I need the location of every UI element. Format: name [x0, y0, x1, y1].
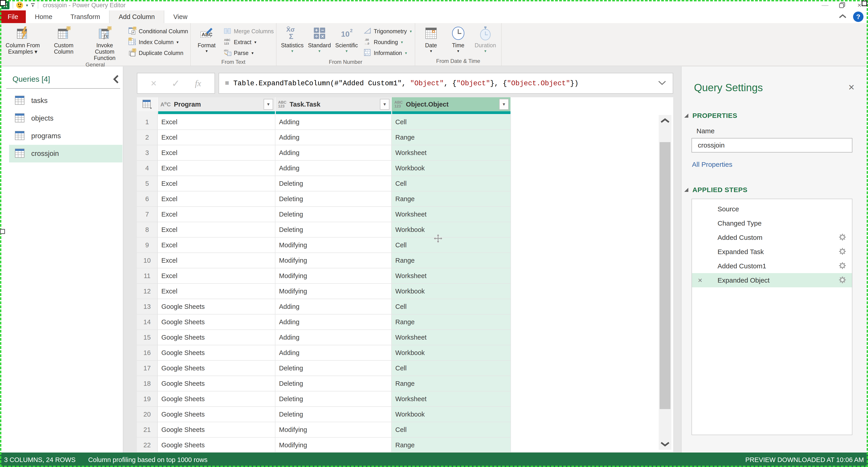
row-number[interactable]: 4 [137, 161, 158, 176]
query-name-input[interactable] [691, 138, 852, 153]
cell[interactable]: Workbook [392, 284, 511, 299]
applied-step-added-custom[interactable]: Added Custom [692, 230, 852, 245]
statistics-button[interactable]: X̄σΣStatistics▼ [279, 24, 306, 53]
cell[interactable]: Deleting [275, 361, 392, 376]
rounding-button[interactable]: .00→.0Rounding▼ [363, 37, 412, 48]
cell[interactable]: Modifying [275, 268, 392, 284]
cell[interactable]: Deleting [275, 222, 392, 238]
row-number[interactable]: 22 [137, 438, 158, 452]
query-item-programs[interactable]: programs [9, 127, 122, 145]
row-number[interactable]: 15 [137, 330, 158, 345]
step-settings-gear-icon[interactable] [838, 247, 846, 256]
conditional-column-button[interactable]: ≠Conditional Column [128, 26, 188, 37]
step-settings-gear-icon[interactable] [838, 261, 846, 271]
scrollbar-thumb[interactable] [660, 142, 671, 409]
cell[interactable]: Worksheet [392, 207, 511, 222]
cell[interactable]: Excel [158, 191, 275, 207]
standard-button[interactable]: +−÷×Standard▼ [306, 24, 333, 53]
tab-add-column[interactable]: Add Column [109, 10, 164, 23]
delete-step-icon[interactable]: × [698, 276, 702, 285]
cell[interactable]: Excel [158, 161, 275, 176]
tab-home[interactable]: Home [26, 10, 61, 23]
column-from-examples-button[interactable]: Column From Examples ▾ [2, 24, 43, 61]
cell[interactable]: Excel [158, 130, 275, 145]
cell[interactable]: Excel [158, 207, 275, 222]
cell[interactable]: Excel [158, 115, 275, 130]
cell[interactable]: Modifying [275, 422, 392, 438]
step-settings-gear-icon[interactable] [838, 233, 846, 242]
cell[interactable]: Workbook [392, 222, 511, 238]
query-item-objects[interactable]: objects [9, 110, 122, 127]
feedback-smiley-icon[interactable] [16, 2, 23, 9]
select-all-table-icon[interactable] [137, 97, 158, 111]
cell[interactable]: Deleting [275, 407, 392, 422]
row-number[interactable]: 7 [137, 207, 158, 222]
cell[interactable]: Deleting [275, 376, 392, 392]
information-button[interactable]: 1−3+Information▼ [363, 48, 412, 58]
scroll-down-icon[interactable] [659, 441, 671, 447]
cell[interactable]: Deleting [275, 392, 392, 407]
cell[interactable]: Adding [275, 130, 392, 145]
cell[interactable]: Google Sheets [158, 392, 275, 407]
cell[interactable]: Cell [392, 115, 511, 130]
extract-button[interactable]: ABC123Extract▼ [223, 37, 274, 48]
row-number[interactable]: 10 [137, 253, 158, 268]
query-item-crossjoin[interactable]: crossjoin [9, 145, 122, 162]
index-column-button[interactable]: 123Index Column▼ [128, 37, 188, 48]
cell[interactable]: Cell [392, 422, 511, 438]
cell[interactable]: Range [392, 438, 511, 452]
vertical-scrollbar[interactable] [659, 115, 671, 450]
cell[interactable]: Excel [158, 238, 275, 253]
merge-columns-button[interactable]: Merge Columns [223, 26, 274, 37]
duplicate-column-button[interactable]: Duplicate Column [128, 48, 188, 58]
cell[interactable]: Adding [275, 299, 392, 314]
cell[interactable]: Worksheet [392, 330, 511, 345]
cell[interactable]: Adding [275, 161, 392, 176]
formula-accept-icon[interactable]: ✓ [172, 77, 180, 89]
row-number[interactable]: 6 [137, 191, 158, 207]
row-number[interactable]: 3 [137, 145, 158, 161]
cell[interactable]: Workbook [392, 345, 511, 361]
cell[interactable]: Google Sheets [158, 330, 275, 345]
row-number[interactable]: 13 [137, 299, 158, 314]
row-number[interactable]: 2 [137, 130, 158, 145]
column-header-object-object[interactable]: ABC123Object.Object▼ [392, 97, 511, 111]
row-number[interactable]: 16 [137, 345, 158, 361]
filter-dropdown-icon[interactable]: ▼ [264, 99, 273, 110]
cell[interactable]: Range [392, 253, 511, 268]
column-header-task-task[interactable]: ABC123Task.Task▼ [275, 97, 392, 111]
format-button[interactable]: ABCFormat▼ [193, 24, 220, 53]
cell[interactable]: Workbook [392, 161, 511, 176]
time-button[interactable]: Time▼ [445, 24, 472, 53]
cell[interactable]: Google Sheets [158, 438, 275, 452]
restore-button[interactable] [834, 0, 851, 10]
filter-dropdown-icon[interactable]: ▼ [380, 99, 390, 110]
cell[interactable]: Deleting [275, 191, 392, 207]
cell[interactable]: Modifying [275, 284, 392, 299]
cell[interactable]: Google Sheets [158, 422, 275, 438]
custom-column-button[interactable]: Custom Column [43, 24, 84, 61]
formula-cancel-icon[interactable]: × [151, 77, 157, 89]
help-button[interactable]: ? [853, 11, 864, 22]
cell[interactable]: Range [392, 314, 511, 330]
cell[interactable]: Workbook [392, 407, 511, 422]
all-properties-link[interactable]: All Properties [692, 161, 732, 168]
collapse-ribbon-icon[interactable] [838, 13, 847, 20]
parse-button[interactable]: abcParse▼ [223, 48, 274, 58]
applied-step-changed-type[interactable]: Changed Type [692, 216, 852, 230]
cell[interactable]: Excel [158, 176, 275, 191]
cell[interactable]: Adding [275, 314, 392, 330]
duration-button[interactable]: Duration▼ [472, 24, 499, 53]
tab-view[interactable]: View [164, 10, 196, 23]
collapse-queries-pane-icon[interactable] [112, 74, 120, 85]
cell[interactable]: Modifying [275, 438, 392, 452]
trigonometry-button[interactable]: Trigonometry▼ [363, 26, 412, 37]
cell[interactable]: Google Sheets [158, 314, 275, 330]
cell[interactable]: Google Sheets [158, 345, 275, 361]
row-number[interactable]: 1 [137, 115, 158, 130]
cell[interactable]: Google Sheets [158, 299, 275, 314]
cell[interactable]: Deleting [275, 207, 392, 222]
customize-toolbar-icon[interactable]: ▼ [31, 3, 35, 7]
smiley-dropdown-icon[interactable]: ▼ [25, 3, 29, 7]
invoke-custom-function-button[interactable]: fxInvoke Custom Function [84, 24, 125, 61]
